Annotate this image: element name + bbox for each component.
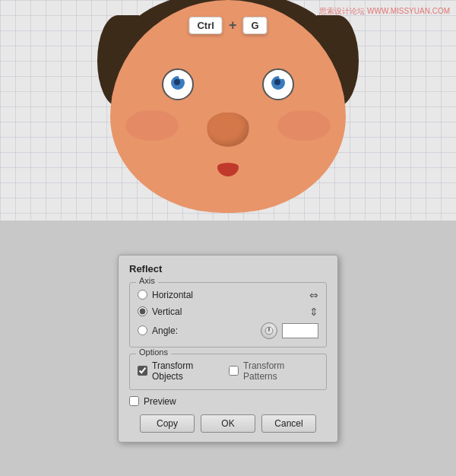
ok-button[interactable]: OK (201, 414, 255, 433)
ear-right (321, 84, 344, 118)
axis-group: Axis Horizontal ⇔ Vertical ⇕ Angle: (129, 282, 327, 347)
transform-patterns-checkbox[interactable] (229, 366, 239, 376)
horizontal-icon: ⇔ (309, 289, 318, 301)
vertical-icon: ⇕ (309, 306, 318, 318)
shortcut-overlay: Ctrl + G (188, 17, 267, 34)
angle-label[interactable]: Angle: (152, 325, 256, 336)
preview-label[interactable]: Preview (144, 396, 176, 407)
vertical-label[interactable]: Vertical (152, 306, 305, 317)
transform-objects-label[interactable]: Transform Objects (152, 360, 224, 382)
cancel-button[interactable]: Cancel (261, 414, 316, 433)
illustration-area: Ctrl + G 思索设计论坛 WWW.MISSYUAN.COM (0, 0, 456, 221)
watermark-text: 思索设计论坛 WWW.MISSYUAN.COM (319, 6, 450, 17)
cheek-left (125, 110, 179, 141)
ear-left (112, 84, 135, 118)
eye-left (162, 68, 194, 100)
button-row: Copy OK Cancel (129, 414, 327, 433)
mouth (217, 163, 239, 176)
angle-input[interactable]: 90° (282, 323, 318, 338)
angle-row: Angle: 90° (138, 322, 318, 339)
angle-dial[interactable] (261, 322, 277, 339)
nose (207, 113, 249, 147)
ctrl-key: Ctrl (188, 17, 222, 34)
options-group-label: Options (136, 347, 171, 357)
horizontal-radio[interactable] (138, 290, 147, 300)
cheek-right (277, 110, 331, 141)
axis-group-label: Axis (136, 276, 158, 285)
dialog-title: Reflect (129, 263, 327, 274)
vertical-row: Vertical ⇕ (138, 306, 318, 318)
horizontal-row: Horizontal ⇔ (138, 289, 318, 301)
g-key: G (242, 17, 267, 34)
options-row: Transform Objects Transform Patterns (138, 360, 318, 382)
transform-objects-checkbox[interactable] (138, 366, 147, 376)
horizontal-label[interactable]: Horizontal (152, 290, 305, 300)
eye-right (262, 68, 294, 100)
transform-patterns-label[interactable]: Transform Patterns (243, 360, 318, 382)
reflect-dialog: Reflect Axis Horizontal ⇔ Vertical ⇕ Ang… (118, 255, 338, 443)
eye-highlight-right (279, 74, 284, 79)
plus-separator: + (229, 17, 237, 33)
options-group: Options Transform Objects Transform Patt… (129, 354, 327, 390)
copy-button[interactable]: Copy (140, 414, 195, 433)
angle-radio[interactable] (138, 325, 147, 335)
preview-checkbox[interactable] (129, 396, 139, 406)
dialog-background: Reflect Axis Horizontal ⇔ Vertical ⇕ Ang… (0, 221, 456, 476)
vertical-radio[interactable] (138, 306, 147, 316)
preview-row: Preview (129, 396, 327, 407)
eye-highlight-left (179, 74, 184, 79)
